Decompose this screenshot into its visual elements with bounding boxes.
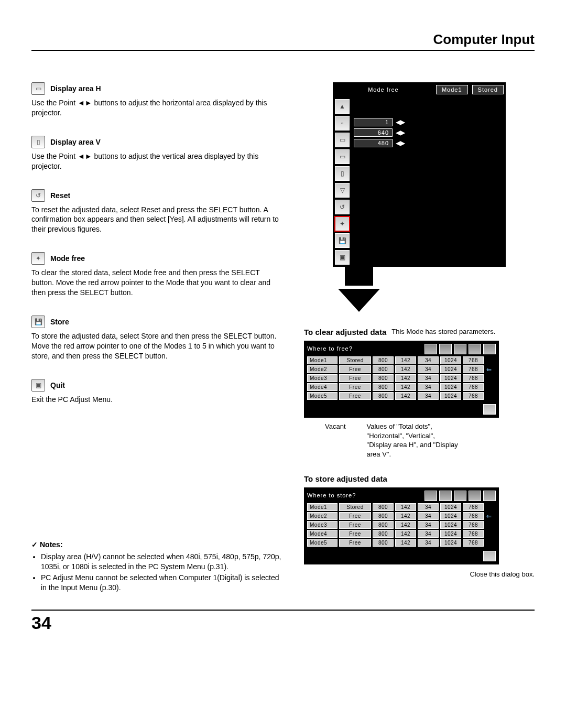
osd-caption-text: Move the red frame pointer to the desire… xyxy=(396,187,506,215)
section-quit-title: Quit xyxy=(50,381,65,389)
side-down-icon[interactable]: ▽ xyxy=(335,183,350,198)
section-store-title: Store xyxy=(50,318,69,326)
side-icon-2[interactable]: ▭ xyxy=(335,133,350,147)
table-cell-value: 142 xyxy=(395,539,416,547)
table-row[interactable]: Mode3Free800142341024768 xyxy=(307,521,496,529)
check-icon: ✓ xyxy=(31,540,38,549)
table-cell-status: Free xyxy=(339,530,371,538)
table-cell-value: 768 xyxy=(463,539,484,547)
table-cell-mode: Mode5 xyxy=(307,539,338,547)
table-cell-value: 142 xyxy=(395,512,416,520)
table-cell-value: 800 xyxy=(373,383,394,391)
side-store-icon[interactable]: 💾 xyxy=(335,233,350,248)
side-modefree-icon[interactable]: ✦ xyxy=(335,216,350,231)
down-arrow-stem xyxy=(345,267,373,286)
table-cell-mode: Mode3 xyxy=(307,374,338,382)
table-row[interactable]: Mode1Stored800142341024768 xyxy=(307,503,496,511)
section-reset-body: To reset the adjusted data, select Reset… xyxy=(31,205,283,235)
table-cell-value: 1024 xyxy=(440,503,461,511)
osd-value-2: 640 xyxy=(354,128,393,137)
table-row[interactable]: Mode4Free800142341024768 xyxy=(307,383,496,391)
table-cell-value: 34 xyxy=(418,383,439,391)
table-row[interactable]: Mode5Free800142341024768 xyxy=(307,392,496,400)
row-arrow-icon: ⇐ xyxy=(485,513,492,520)
table-cell-value: 768 xyxy=(463,365,484,373)
table-head-icon xyxy=(469,491,481,501)
table-cell-value: 34 xyxy=(418,374,439,382)
notes-item-1: Display area (H/V) cannot be selected wh… xyxy=(41,552,283,572)
table-cell-value: 768 xyxy=(463,392,484,400)
table-head-icon xyxy=(483,491,496,501)
osd-mode-box: Mode1 xyxy=(436,85,468,94)
table-row[interactable]: Mode1Stored800142341024768 xyxy=(307,356,496,364)
table-cell-mode: Mode5 xyxy=(307,392,338,400)
table-row[interactable]: Mode2Free800142341024768⇐ xyxy=(307,512,496,520)
table-cell-value: 800 xyxy=(373,374,394,382)
table-cell-mode: Mode4 xyxy=(307,383,338,391)
side-icon-3[interactable]: ▭ xyxy=(335,149,350,164)
table-cell-value: 800 xyxy=(373,530,394,538)
page-number: 34 xyxy=(31,610,535,633)
clear-table: Where to free? Mode1Stored80014234102476… xyxy=(304,341,499,418)
table-row[interactable]: Mode4Free800142341024768 xyxy=(307,530,496,538)
table-cell-value: 142 xyxy=(395,521,416,529)
store-quit-icon[interactable] xyxy=(483,551,496,561)
side-icon-1[interactable]: ▫ xyxy=(335,116,350,131)
table-cell-value: 800 xyxy=(373,521,394,529)
clear-table-title: Where to free? xyxy=(307,345,353,352)
osd-title-left: Mode free xyxy=(335,84,432,95)
side-reset-icon[interactable]: ↺ xyxy=(335,200,350,214)
table-cell-value: 142 xyxy=(395,356,416,364)
clear-quit-icon[interactable] xyxy=(483,404,496,415)
callout-vacant: Vacant xyxy=(325,422,346,459)
table-cell-value: 142 xyxy=(395,383,416,391)
section-modefree-body: To clear the stored data, select Mode fr… xyxy=(31,268,283,298)
callout-values: Values of "Total dots", "Horizontal", "V… xyxy=(367,422,461,459)
table-cell-value: 768 xyxy=(463,374,484,382)
table-head-icon xyxy=(454,344,466,354)
table-row[interactable]: Mode2Free800142341024768⇐ xyxy=(307,365,496,373)
table-cell-mode: Mode1 xyxy=(307,356,338,364)
store-icon: 💾 xyxy=(31,316,45,328)
reset-icon: ↺ xyxy=(31,189,45,202)
section-display-v-body: Use the Point ◄► buttons to adjust the v… xyxy=(31,151,283,171)
osd-value-3: 480 xyxy=(354,139,393,147)
side-up-icon[interactable]: ▲ xyxy=(335,99,350,114)
table-cell-value: 768 xyxy=(463,512,484,520)
table-cell-status: Free xyxy=(339,512,371,520)
table-cell-mode: Mode2 xyxy=(307,365,338,373)
table-cell-mode: Mode3 xyxy=(307,521,338,529)
table-cell-value: 1024 xyxy=(440,365,461,373)
clear-note: This Mode has stored parameters. xyxy=(391,328,495,336)
table-cell-status: Free xyxy=(339,374,371,382)
osd-status-box: Stored xyxy=(472,85,504,94)
table-cell-value: 142 xyxy=(395,374,416,382)
mode-free-icon: ✦ xyxy=(31,252,45,265)
table-row[interactable]: Mode5Free800142341024768 xyxy=(307,539,496,547)
store-heading: To store adjusted data xyxy=(304,474,535,483)
table-head-icon xyxy=(483,344,496,354)
table-cell-status: Stored xyxy=(339,356,371,364)
display-v-icon: ▯ xyxy=(31,136,45,148)
osd-value-1: 1 xyxy=(354,118,393,126)
section-store-body: To store the adjusted data, select Store… xyxy=(31,331,283,361)
table-cell-status: Free xyxy=(339,521,371,529)
side-icon-4[interactable]: ▯ xyxy=(335,166,350,181)
lr-arrows-icon: ◀▶ xyxy=(396,118,405,126)
section-display-h-body: Use the Point ◄► buttons to adjust the h… xyxy=(31,98,283,118)
table-cell-value: 34 xyxy=(418,539,439,547)
table-row[interactable]: Mode3Free800142341024768 xyxy=(307,374,496,382)
table-cell-value: 142 xyxy=(395,530,416,538)
side-quit-icon[interactable]: ▣ xyxy=(335,250,350,265)
table-head-icon xyxy=(424,491,437,501)
quit-icon: ▣ xyxy=(31,379,45,392)
table-cell-value: 800 xyxy=(373,512,394,520)
table-head-icon xyxy=(439,344,452,354)
row-arrow-icon: ⇐ xyxy=(485,366,492,373)
notes-block: ✓Notes: Display area (H/V) cannot be sel… xyxy=(31,540,283,593)
table-cell-value: 800 xyxy=(373,392,394,400)
table-cell-value: 800 xyxy=(373,356,394,364)
table-cell-value: 142 xyxy=(395,392,416,400)
table-cell-value: 142 xyxy=(395,503,416,511)
table-cell-value: 1024 xyxy=(440,521,461,529)
